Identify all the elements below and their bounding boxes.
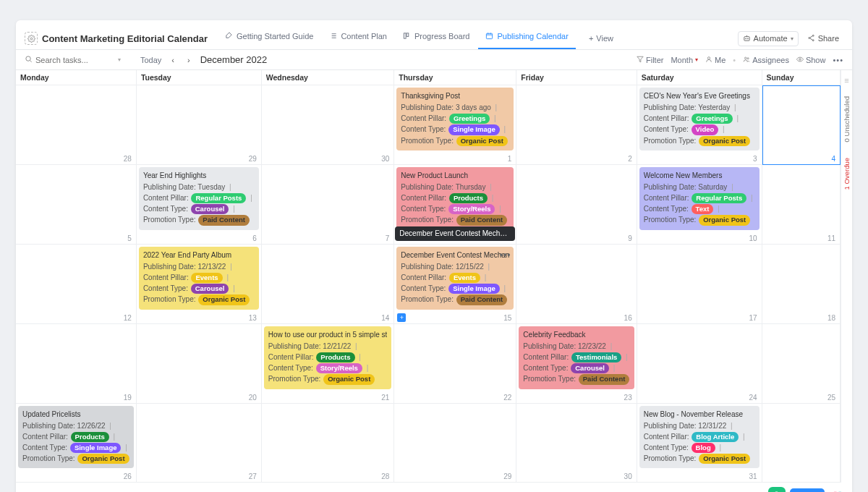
dow-header: Saturday <box>637 70 762 85</box>
calendar-cell[interactable]: 7+ <box>262 165 395 245</box>
task-card[interactable]: How to use our product in 5 simple stPub… <box>264 326 392 389</box>
rail-handle-icon[interactable]: ≡ <box>844 76 848 85</box>
card-more-button[interactable]: ••• <box>500 250 511 262</box>
task-card[interactable]: New Blog - November ReleasePublishing Da… <box>639 406 760 469</box>
calendar-cell[interactable]: 27+ <box>137 404 262 483</box>
rail-unscheduled-tab[interactable]: 0 Unscheduled <box>843 92 851 146</box>
calendar-cell[interactable]: 30+ <box>262 85 395 165</box>
rail-overdue-tab[interactable]: 1 Overdue <box>843 153 851 194</box>
filter-button[interactable]: Filter <box>637 56 663 64</box>
calendar-cell[interactable]: 5+ <box>16 165 137 245</box>
svg-point-13 <box>747 57 749 59</box>
tab-getting-started-guide[interactable]: Getting Started Guide <box>218 27 320 49</box>
calendar-cell[interactable]: 17+ <box>637 245 762 324</box>
calendar-cell[interactable]: 14+ <box>262 245 395 324</box>
calendar-cell[interactable]: 29+ <box>394 404 516 483</box>
add-view-button[interactable]: + View <box>583 31 619 46</box>
share-label: Share <box>818 34 839 43</box>
calendar-cell[interactable]: + <box>762 404 841 483</box>
calendar-cell[interactable]: 22+ <box>394 324 516 404</box>
today-button[interactable]: Today <box>140 56 161 64</box>
calendar-cell[interactable]: 24+ <box>637 324 762 404</box>
show-button[interactable]: Show <box>796 56 826 64</box>
prev-month-button[interactable]: ‹ <box>169 56 177 64</box>
chevron-down-icon[interactable]: ▾ <box>118 56 121 63</box>
calendar-cell[interactable]: 9+ <box>516 165 637 245</box>
automate-button[interactable]: Automate ▾ <box>738 31 799 46</box>
day-number: 6 <box>252 234 257 242</box>
calendar-cell[interactable]: 29+ <box>137 85 262 165</box>
day-number: 3 <box>753 155 757 163</box>
month-year-label: December 2022 <box>200 54 268 65</box>
calendar-cell[interactable]: 19+ <box>16 324 137 404</box>
calendar-cell[interactable]: 25+ <box>762 324 841 404</box>
task-card[interactable]: 2022 Year End Party AlbumPublishing Date… <box>139 247 259 310</box>
svg-point-8 <box>808 37 809 38</box>
calendar-cell[interactable]: 28+ <box>16 85 137 165</box>
quick-add-button[interactable]: + <box>397 313 406 322</box>
card-title: CEO's New Year's Eve Greetings <box>644 91 755 101</box>
me-toggle[interactable]: Me <box>705 56 726 64</box>
day-number: 5 <box>127 234 132 242</box>
day-number: 31 <box>749 472 757 480</box>
calendar-cell[interactable]: 2+ <box>516 85 637 165</box>
day-number: 25 <box>827 394 835 402</box>
day-number: 13 <box>249 314 257 322</box>
calendar-cell[interactable]: December Event Contest Mechan•••Publishi… <box>394 245 516 324</box>
calendar-cell[interactable]: 30+ <box>516 404 637 483</box>
calendar-cell[interactable]: CEO's New Year's Eve GreetingsPublishing… <box>637 85 762 165</box>
day-number: 19 <box>124 394 132 402</box>
task-card[interactable]: Thanksgiving PostPublishing Date: 3 days… <box>396 88 514 150</box>
task-card[interactable]: New Product LaunchPublishing Date: Thurs… <box>396 167 514 230</box>
calendar-cell[interactable]: Updated PricelistsPublishing Date: 12/26… <box>16 404 137 483</box>
calendar-cell[interactable]: Year End HighlightsPublishing Date: Tues… <box>137 165 262 245</box>
task-card[interactable]: Celebrity FeedbackPublishing Date: 12/23… <box>519 326 634 389</box>
gear-icon[interactable] <box>25 32 38 45</box>
task-card[interactable]: CEO's New Year's Eve GreetingsPublishing… <box>639 88 760 150</box>
apps-button[interactable] <box>829 487 846 492</box>
card-title: How to use our product in 5 simple st <box>268 330 388 340</box>
calendar-cell[interactable]: Celebrity FeedbackPublishing Date: 12/23… <box>516 324 637 404</box>
next-month-button[interactable]: › <box>184 56 193 64</box>
tab-progress-board[interactable]: Progress Board <box>396 27 477 49</box>
side-rail: ≡ 0 Unscheduled 1 Overdue <box>841 70 852 483</box>
svg-rect-2 <box>407 33 409 37</box>
day-number: 18 <box>827 314 835 322</box>
calendar-cell[interactable]: 16+ <box>516 245 637 324</box>
calendar-cell[interactable]: Welcome New MembersPublishing Date: Satu… <box>637 165 762 245</box>
day-number: 28 <box>124 155 132 163</box>
tab-label: Getting Started Guide <box>237 32 313 41</box>
task-card[interactable]: Welcome New MembersPublishing Date: Satu… <box>639 167 760 230</box>
day-number: 17 <box>749 314 757 322</box>
calendar-cell[interactable]: Thanksgiving PostPublishing Date: 3 days… <box>394 85 516 165</box>
tab-content-plan[interactable]: Content Plan <box>322 27 394 49</box>
calendar-cell[interactable]: How to use our product in 5 simple stPub… <box>262 324 395 404</box>
timer-fab[interactable] <box>768 487 786 492</box>
calendar-cell[interactable]: New Blog - November ReleasePublishing Da… <box>637 404 762 483</box>
calendar-cell[interactable]: 20+ <box>137 324 262 404</box>
user-icon <box>705 56 712 64</box>
card-title: Thanksgiving Post <box>401 91 509 101</box>
task-card[interactable]: December Event Contest Mechan•••Publishi… <box>396 247 514 310</box>
calendar-cell[interactable]: New Product LaunchPublishing Date: Thurs… <box>394 165 516 245</box>
share-button[interactable]: Share <box>803 32 843 46</box>
day-number: 9 <box>628 234 632 242</box>
tab-publishing-calendar[interactable]: Publishing Calendar <box>478 27 575 49</box>
day-number: 29 <box>249 155 257 163</box>
calendar-cell[interactable]: 2022 Year End Party AlbumPublishing Date… <box>137 245 262 324</box>
calendar-cell[interactable]: 18+ <box>762 245 841 324</box>
search-input[interactable] <box>35 56 115 64</box>
task-card[interactable]: Year End HighlightsPublishing Date: Tues… <box>139 167 259 230</box>
calendar-cell[interactable]: 28+ <box>262 404 395 483</box>
calendar-cell[interactable]: 11+ <box>762 165 841 245</box>
period-select[interactable]: Month ▾ <box>671 56 698 64</box>
svg-point-5 <box>745 38 746 38</box>
more-options-button[interactable]: ••• <box>833 56 843 64</box>
calendar-cell[interactable]: 4+ <box>762 85 841 165</box>
new-task-button[interactable]: + Task <box>790 488 825 492</box>
task-card[interactable]: Updated PricelistsPublishing Date: 12/26… <box>18 406 134 469</box>
calendar-cell[interactable]: 12+ <box>16 245 137 324</box>
dow-header: Tuesday <box>137 70 262 85</box>
assignees-button[interactable]: Assignees <box>743 56 789 64</box>
toolbar: ▾ Today ‹ › December 2022 Filter Month ▾… <box>16 50 852 70</box>
